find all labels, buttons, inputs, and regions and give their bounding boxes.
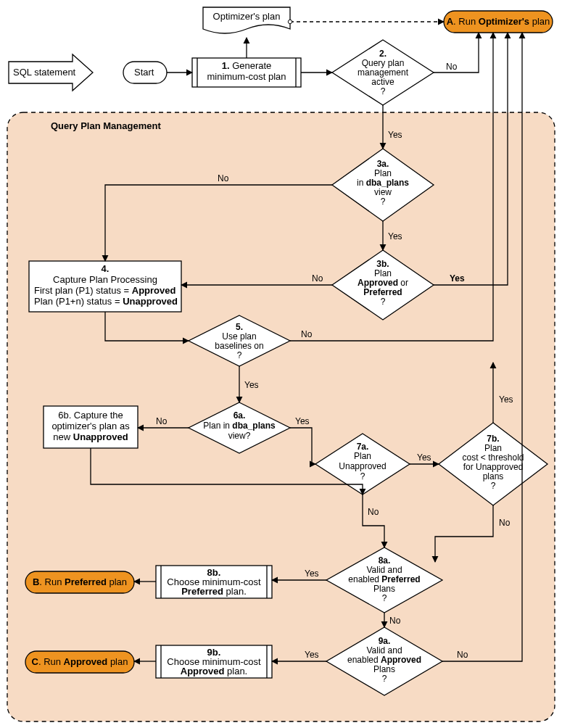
svg-text:Plan (P1+n) status = Unapprove: Plan (P1+n) status = Unapproved bbox=[34, 296, 178, 307]
svg-text:Plan: Plan bbox=[374, 268, 392, 278]
svg-text:Yes: Yes bbox=[305, 650, 319, 660]
svg-text:optimizer's plan as: optimizer's plan as bbox=[51, 421, 130, 431]
node-1-generate: 1. Generate minimum-cost plan bbox=[192, 58, 301, 87]
svg-text:Optimizer's plan: Optimizer's plan bbox=[213, 11, 281, 22]
svg-text:A. Run Optimizer's plan: A. Run Optimizer's plan bbox=[447, 16, 550, 27]
svg-text:6b. Capture the: 6b. Capture the bbox=[58, 410, 123, 421]
svg-text:9a.: 9a. bbox=[379, 636, 391, 646]
svg-text:management: management bbox=[358, 67, 409, 78]
svg-text:No: No bbox=[368, 507, 379, 517]
svg-text:No: No bbox=[218, 173, 229, 183]
node-C-run-approved: C. Run Approved plan bbox=[25, 651, 134, 673]
svg-text:6a.: 6a. bbox=[234, 410, 246, 421]
svg-text:No: No bbox=[499, 518, 511, 528]
svg-text:5.: 5. bbox=[236, 322, 243, 332]
svg-text:3b.: 3b. bbox=[376, 259, 389, 269]
svg-text:Approved plan.: Approved plan. bbox=[181, 666, 247, 677]
svg-text:?: ? bbox=[381, 297, 386, 307]
svg-text:for Unapproved: for Unapproved bbox=[463, 462, 524, 472]
node-2-qpm-active: 2. Query plan management active ? bbox=[332, 40, 434, 105]
svg-text:3a.: 3a. bbox=[377, 159, 389, 169]
node-4-capture-plan: 4. Capture Plan Processing First plan (P… bbox=[29, 261, 181, 312]
svg-text:Preferred plan.: Preferred plan. bbox=[181, 586, 247, 597]
svg-text:Valid and: Valid and bbox=[366, 565, 402, 575]
svg-text:active: active bbox=[371, 77, 394, 87]
svg-text:?: ? bbox=[381, 197, 386, 207]
svg-text:No: No bbox=[389, 616, 401, 626]
svg-text:2.: 2. bbox=[379, 49, 387, 59]
optimizer-plan-doc: Optimizer's plan bbox=[203, 7, 290, 33]
svg-text:view?: view? bbox=[228, 431, 251, 441]
svg-text:plans: plans bbox=[483, 471, 504, 481]
svg-text:No: No bbox=[312, 273, 323, 284]
svg-text:Start: Start bbox=[134, 67, 154, 78]
sql-statement-input: SQL statement bbox=[9, 54, 93, 91]
svg-text:Yes: Yes bbox=[388, 231, 402, 241]
svg-text:view: view bbox=[374, 187, 392, 197]
qpm-title: Query Plan Management bbox=[51, 120, 161, 131]
svg-text:new Unapproved: new Unapproved bbox=[53, 431, 128, 442]
svg-text:Use plan: Use plan bbox=[222, 331, 256, 342]
svg-text:7b.: 7b. bbox=[487, 434, 499, 444]
svg-text:Plan: Plan bbox=[484, 443, 502, 453]
svg-text:Yes: Yes bbox=[305, 568, 319, 579]
svg-text:Capture Plan Processing: Capture Plan Processing bbox=[53, 274, 157, 285]
svg-text:No: No bbox=[457, 650, 468, 660]
svg-text:?: ? bbox=[382, 674, 387, 684]
svg-text:enabled Preferred: enabled Preferred bbox=[348, 574, 420, 584]
node-8b-choose-preferred: 8b. Choose minimum-cost Preferred plan. bbox=[156, 566, 272, 598]
svg-text:C. Run Approved plan: C. Run Approved plan bbox=[32, 656, 128, 667]
svg-text:1. Generate: 1. Generate bbox=[222, 60, 272, 71]
svg-text:Yes: Yes bbox=[244, 380, 259, 390]
svg-text:in dba_plans: in dba_plans bbox=[357, 178, 409, 188]
svg-text:Plan: Plan bbox=[354, 451, 371, 461]
svg-text:8a.: 8a. bbox=[379, 555, 391, 566]
node-6b-capture-unapproved: 6b. Capture the optimizer's plan as new … bbox=[44, 406, 138, 448]
svg-text:Plan in dba_plans: Plan in dba_plans bbox=[203, 421, 276, 431]
svg-text:SQL statement: SQL statement bbox=[13, 67, 76, 78]
svg-text:Plans: Plans bbox=[373, 664, 395, 674]
svg-text:B. Run Preferred plan: B. Run Preferred plan bbox=[33, 576, 127, 587]
svg-text:Approved or: Approved or bbox=[358, 278, 408, 288]
svg-text:4.: 4. bbox=[102, 263, 109, 274]
svg-text:?: ? bbox=[491, 481, 496, 491]
svg-text:Yes: Yes bbox=[417, 452, 431, 463]
svg-text:Valid and: Valid and bbox=[366, 645, 402, 655]
svg-text:Plans: Plans bbox=[373, 584, 395, 594]
svg-text:?: ? bbox=[382, 593, 387, 603]
svg-text:Yes: Yes bbox=[388, 130, 402, 140]
node-A-run-optimizer: A. Run Optimizer's plan bbox=[444, 11, 553, 33]
node-9b-choose-approved: 9b. Choose minimum-cost Approved plan. bbox=[156, 645, 272, 678]
svg-text:cost < threshold: cost < threshold bbox=[462, 452, 524, 463]
svg-text:No: No bbox=[301, 329, 313, 339]
node-B-run-preferred: B. Run Preferred plan bbox=[25, 571, 134, 593]
start-node: Start bbox=[123, 62, 167, 83]
svg-text:7a.: 7a. bbox=[357, 442, 369, 452]
svg-text:baselines on: baselines on bbox=[215, 341, 263, 351]
svg-text:enabled Approved: enabled Approved bbox=[347, 655, 421, 665]
svg-text:No: No bbox=[156, 416, 168, 426]
svg-text:First plan (P1) status = Appro: First plan (P1) status = Approved bbox=[34, 285, 175, 296]
svg-text:Plan: Plan bbox=[374, 168, 392, 178]
flowchart-canvas: Query Plan Management SQL statement Star… bbox=[0, 0, 562, 728]
svg-text:Unapproved: Unapproved bbox=[339, 461, 386, 471]
svg-text:minimum-cost plan: minimum-cost plan bbox=[207, 71, 286, 82]
svg-text:?: ? bbox=[237, 350, 242, 360]
svg-text:Preferred: Preferred bbox=[363, 287, 402, 297]
svg-text:Yes: Yes bbox=[295, 416, 310, 426]
svg-text:Yes: Yes bbox=[450, 273, 465, 284]
svg-text:No: No bbox=[446, 62, 458, 72]
svg-text:Yes: Yes bbox=[499, 394, 513, 405]
svg-text:?: ? bbox=[381, 86, 386, 96]
svg-text:?: ? bbox=[360, 471, 365, 481]
svg-text:Query plan: Query plan bbox=[362, 58, 405, 68]
